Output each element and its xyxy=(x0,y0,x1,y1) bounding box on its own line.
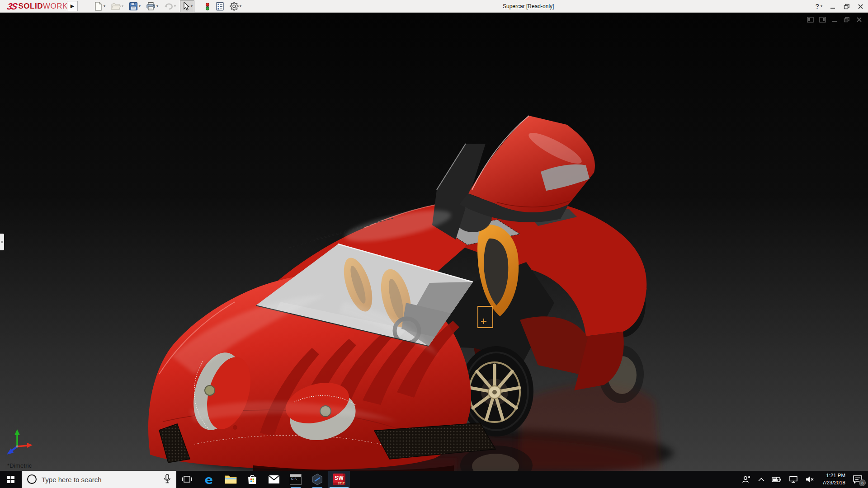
taskbar-app-hex[interactable] xyxy=(307,471,328,488)
volume-muted-icon xyxy=(805,476,814,483)
rebuild-stoplight-icon xyxy=(205,2,210,11)
store-icon xyxy=(247,474,258,485)
command-prompt-icon: C:\_ xyxy=(290,474,302,485)
file-explorer-icon xyxy=(225,474,237,484)
taskbar-search[interactable] xyxy=(22,471,176,488)
quick-access-toolbar: ▾ ▾ ▾ xyxy=(93,0,243,13)
solidworks-2017-icon: SW 2017 xyxy=(333,474,345,485)
network-button[interactable] xyxy=(785,471,802,488)
dropdown-caret-icon[interactable]: ▾ xyxy=(174,5,176,8)
dropdown-caret-icon[interactable]: ▾ xyxy=(139,5,141,8)
ethernet-icon xyxy=(789,476,798,483)
people-button[interactable] xyxy=(738,471,755,488)
window-controls: ? ▾ xyxy=(815,0,863,13)
windows-taskbar: e C:\_ xyxy=(0,471,868,488)
dropdown-caret-icon[interactable]: ▾ xyxy=(240,5,241,8)
dropdown-caret-icon[interactable]: ▾ xyxy=(122,5,123,8)
doc-minimize-icon[interactable] xyxy=(831,16,838,23)
minimize-icon xyxy=(830,4,836,9)
save-floppy-icon xyxy=(129,2,138,11)
file-properties-icon xyxy=(216,2,224,11)
dropdown-caret-icon[interactable]: ▾ xyxy=(104,5,105,8)
options-gear-icon xyxy=(230,2,239,11)
help-button[interactable]: ? ▾ xyxy=(815,3,822,10)
restore-button[interactable] xyxy=(844,4,850,9)
flyout-arrow-icon: ▶ xyxy=(71,3,74,9)
restore-icon xyxy=(844,4,850,9)
select-cursor-icon xyxy=(182,2,190,11)
close-icon xyxy=(858,4,863,9)
save-button[interactable]: ▾ xyxy=(127,0,142,12)
tray-date: 7/23/2018 xyxy=(822,479,845,487)
search-input[interactable] xyxy=(42,471,155,488)
doc-close-icon[interactable] xyxy=(855,16,863,23)
battery-button[interactable] xyxy=(768,471,785,488)
doc-restore-icon[interactable] xyxy=(843,16,850,23)
taskbar-app-edge[interactable]: e xyxy=(198,471,220,488)
dassault-3ds-logo-icon: 3S xyxy=(6,1,18,12)
featuremanager-collapsed-tab[interactable] xyxy=(0,234,4,250)
dropdown-caret-icon[interactable]: ▾ xyxy=(821,5,822,8)
people-icon xyxy=(742,475,751,483)
titlebar: 3S SOLID WORKS ▶ ▾ ▾ xyxy=(0,0,868,13)
cortana-icon xyxy=(27,474,37,484)
start-button[interactable] xyxy=(0,471,22,488)
task-view-button[interactable] xyxy=(176,471,198,488)
help-icon: ? xyxy=(815,3,819,10)
dropdown-caret-icon[interactable]: ▾ xyxy=(191,5,193,8)
windows-logo-icon xyxy=(7,476,14,483)
volume-button[interactable] xyxy=(802,471,818,488)
taskbar-app-solidworks[interactable]: SW 2017 xyxy=(328,471,350,488)
system-tray: 1:21 PM 7/23/2018 3 xyxy=(738,471,868,488)
taskbar-app-command-prompt[interactable]: C:\_ xyxy=(285,471,307,488)
new-document-icon xyxy=(94,2,103,11)
view-orientation-label: *Dimetric xyxy=(7,462,32,469)
solidworks-logo: 3S SOLID WORKS xyxy=(7,1,73,12)
open-button[interactable]: ▾ xyxy=(109,0,125,12)
undo-icon xyxy=(164,2,173,10)
chevron-up-icon xyxy=(758,478,764,482)
clock[interactable]: 1:21 PM 7/23/2018 xyxy=(818,471,850,488)
pane-toggle-left-icon[interactable] xyxy=(807,16,814,23)
rebuild-button[interactable] xyxy=(203,0,212,12)
options-button[interactable]: ▾ xyxy=(228,0,243,12)
battery-charging-icon xyxy=(772,476,782,483)
microphone-icon[interactable] xyxy=(164,474,171,486)
print-icon xyxy=(146,2,156,11)
notification-badge: 3 xyxy=(859,479,866,486)
mail-icon xyxy=(268,475,280,484)
tray-time: 1:21 PM xyxy=(822,472,845,479)
close-button[interactable] xyxy=(858,4,863,9)
taskbar-app-file-explorer[interactable] xyxy=(220,471,241,488)
taskbar-app-mail[interactable] xyxy=(263,471,285,488)
print-button[interactable]: ▾ xyxy=(145,0,160,12)
graphics-viewport[interactable]: *Dimetric xyxy=(0,13,868,471)
toolbar-flyout-button[interactable]: ▶ xyxy=(67,1,78,11)
document-window-controls xyxy=(807,16,863,23)
document-title: Supercar [Read-only] xyxy=(503,3,554,9)
minimize-button[interactable] xyxy=(830,4,836,9)
new-document-button[interactable]: ▾ xyxy=(93,0,107,12)
file-properties-button[interactable] xyxy=(214,0,226,12)
3d-scene[interactable] xyxy=(0,13,868,471)
taskbar-app-store[interactable] xyxy=(241,471,263,488)
open-folder-icon xyxy=(111,2,121,11)
brand-solid-text: SOLID xyxy=(18,2,42,11)
dropdown-caret-icon[interactable]: ▾ xyxy=(156,5,158,8)
hexagon-app-icon xyxy=(311,474,323,485)
action-center-button[interactable]: 3 xyxy=(850,471,868,488)
undo-button[interactable]: ▾ xyxy=(162,0,177,12)
edge-icon: e xyxy=(205,473,213,487)
show-hidden-icons-button[interactable] xyxy=(755,471,768,488)
pane-toggle-right-icon[interactable] xyxy=(819,16,826,23)
task-view-icon xyxy=(182,475,192,483)
select-button[interactable]: ▾ xyxy=(180,0,194,12)
